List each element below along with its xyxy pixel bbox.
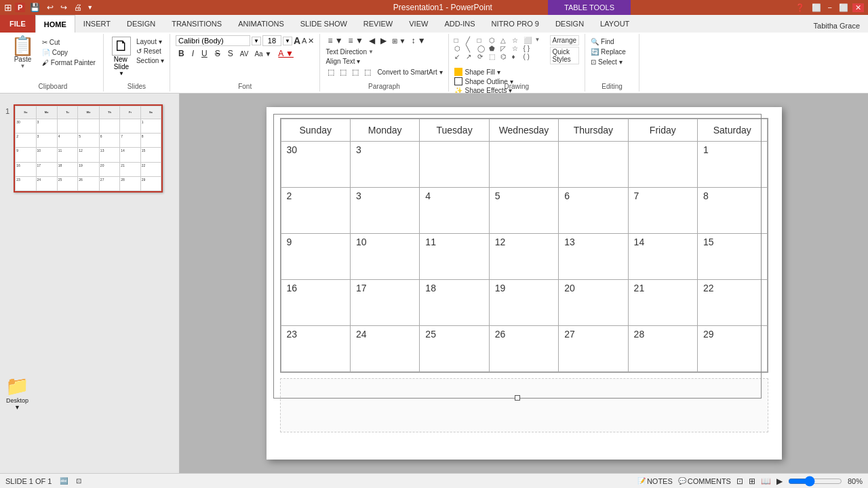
decrease-indent-button[interactable]: ◀ (367, 35, 377, 46)
tab-view[interactable]: VIEW (401, 15, 436, 33)
help-button[interactable]: ❓ (793, 3, 808, 12)
align-center-button[interactable]: ⬚ (338, 67, 349, 77)
print-qat-button[interactable]: 🖨 (72, 3, 84, 12)
redo-qat-button[interactable]: ↪ (58, 3, 69, 12)
cal-cell[interactable]: 4 (420, 188, 489, 234)
tab-file[interactable]: FILE (0, 15, 35, 33)
cal-cell[interactable]: 3 (350, 142, 419, 188)
cal-cell[interactable]: 18 (420, 280, 489, 326)
cal-cell[interactable]: 30 (281, 142, 350, 188)
font-grow-button[interactable]: A (294, 35, 300, 46)
cal-cell[interactable]: 10 (350, 234, 419, 280)
cal-cell[interactable]: 13 (559, 234, 628, 280)
cal-cell[interactable]: 14 (628, 234, 697, 280)
close-button[interactable]: ✕ (852, 3, 864, 12)
cal-cell[interactable]: 7 (628, 188, 697, 234)
cal-cell[interactable]: 16 (281, 280, 350, 326)
cal-cell[interactable]: 28 (628, 326, 697, 372)
convert-smartart-button[interactable]: Convert to SmartArt ▾ (374, 68, 442, 76)
slide-sorter-button[interactable]: ⊞ (749, 476, 755, 486)
comments-button[interactable]: 💬 COMMENTS (678, 477, 731, 485)
format-painter-button[interactable]: 🖌 Format Painter (40, 58, 98, 67)
cal-cell[interactable]: 1 (698, 142, 767, 188)
cal-cell[interactable]: 27 (559, 326, 628, 372)
cal-cell[interactable]: 17 (350, 280, 419, 326)
qat-dropdown[interactable]: ▼ (87, 4, 93, 11)
char-spacing-button[interactable]: AV (238, 49, 251, 58)
cut-button[interactable]: ✂ Cut (40, 38, 98, 47)
tab-addins[interactable]: ADD-INS (436, 15, 483, 33)
tab-insert[interactable]: INSERT (75, 15, 119, 33)
cal-cell[interactable]: 25 (420, 326, 489, 372)
tab-nitropro[interactable]: NITRO PRO 9 (484, 15, 547, 33)
cal-cell[interactable]: 3 (350, 188, 419, 234)
slide-notes-area[interactable] (280, 378, 768, 432)
increase-indent-button[interactable]: ▶ (378, 35, 389, 46)
font-color-button[interactable]: A ▼ (275, 48, 296, 59)
tab-layout[interactable]: LAYOUT (592, 15, 637, 33)
font-name-input[interactable] (176, 35, 250, 46)
cal-cell[interactable]: 29 (698, 326, 767, 372)
align-left-button[interactable]: ⬚ (326, 67, 336, 77)
zoom-slider[interactable] (788, 476, 842, 486)
font-size-input[interactable] (262, 35, 281, 46)
tab-design[interactable]: DESIGN (119, 15, 163, 33)
minimize-button[interactable]: − (825, 3, 835, 12)
cal-cell[interactable]: 6 (559, 188, 628, 234)
slide-canvas[interactable]: Sunday Monday Tuesday Wednesday Thursday… (267, 107, 782, 460)
section-button[interactable]: Section ▾ (136, 57, 164, 64)
tab-home[interactable]: HOME (35, 15, 75, 33)
cal-cell[interactable]: 8 (698, 188, 767, 234)
cal-cell[interactable]: 24 (350, 326, 419, 372)
cal-cell[interactable]: 19 (489, 280, 558, 326)
windows-icon[interactable]: ⊞ (4, 2, 12, 13)
tab-review[interactable]: REVIEW (355, 15, 401, 33)
cal-cell[interactable]: 21 (628, 280, 697, 326)
normal-view-button[interactable]: ⊡ (736, 476, 743, 486)
clear-format-button[interactable]: ✕ (308, 37, 314, 45)
italic-button[interactable]: I (189, 48, 197, 59)
quick-styles-button[interactable]: QuickStyles (550, 47, 580, 64)
cal-cell[interactable]: 12 (489, 234, 558, 280)
line-spacing-button[interactable]: ↕ ▼ (410, 35, 428, 46)
reading-view-button[interactable]: 📖 (761, 476, 771, 486)
tab-design2[interactable]: DESIGN (547, 15, 592, 33)
bold-button[interactable]: B (176, 48, 187, 59)
strikethrough-button[interactable]: S (212, 48, 223, 59)
text-direction-button[interactable]: Text Direction (326, 48, 367, 56)
cal-cell[interactable] (559, 142, 628, 188)
font-shrink-button[interactable]: A (302, 37, 307, 45)
cal-cell[interactable]: 11 (420, 234, 489, 280)
notes-button[interactable]: 📝 NOTES (637, 477, 673, 485)
justify-button[interactable]: ⬚ (362, 67, 373, 77)
slide-thumbnail[interactable]: Su Mo Tu We Th Fr Sa 30 3 (14, 104, 163, 192)
cal-cell[interactable]: 22 (698, 280, 767, 326)
font-name-dropdown[interactable]: ▼ (252, 37, 261, 45)
cal-cell[interactable] (420, 142, 489, 188)
cal-cell[interactable]: 26 (489, 326, 558, 372)
maximize-button[interactable]: ⬜ (836, 3, 851, 12)
numbered-list-button[interactable]: ≡ ▼ (347, 35, 366, 46)
bullet-list-button[interactable]: ≡ ▼ (326, 35, 344, 46)
change-case-button[interactable]: Aa ▼ (252, 49, 273, 58)
cal-cell[interactable]: 20 (559, 280, 628, 326)
tab-animations[interactable]: ANIMATIONS (230, 15, 292, 33)
align-text-button[interactable]: Align Text ▾ (326, 58, 360, 65)
replace-button[interactable]: 🔄Replace (591, 48, 633, 56)
paste-button[interactable]: 📋 Paste ▼ (8, 35, 37, 70)
shadow-button[interactable]: S (225, 48, 236, 59)
save-qat-button[interactable]: 💾 (28, 3, 42, 12)
new-slide-button[interactable]: 🗋 NewSlide ▼ (109, 35, 134, 78)
tab-transitions[interactable]: TRANSITIONS (163, 15, 230, 33)
cal-cell[interactable]: 15 (698, 234, 767, 280)
select-button[interactable]: ⊡Select ▾ (591, 58, 633, 66)
cal-cell[interactable]: 23 (281, 326, 350, 372)
shape-fill-button[interactable]: Shape Fill ▾ (454, 68, 580, 76)
find-button[interactable]: 🔍Find (591, 38, 633, 45)
columns-button[interactable]: ⊞ ▼ (390, 37, 408, 45)
cal-cell[interactable]: 2 (281, 188, 350, 234)
underline-button[interactable]: U (199, 48, 210, 59)
layout-button[interactable]: Layout ▾ (136, 38, 164, 45)
cal-cell[interactable] (489, 142, 558, 188)
restore-down-button[interactable]: ⬜ (809, 3, 824, 12)
